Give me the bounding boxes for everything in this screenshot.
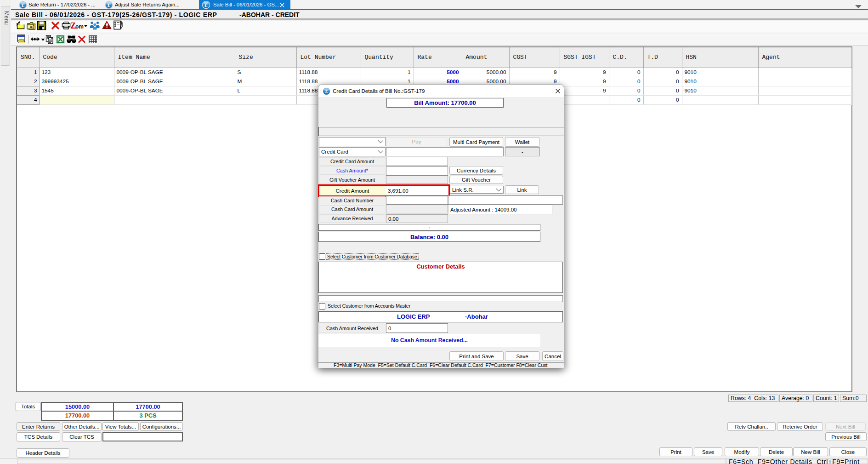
- svg-text:L: L: [204, 2, 208, 8]
- svg-text:L: L: [107, 3, 110, 8]
- svg-text:L: L: [21, 3, 24, 8]
- svg-text:L: L: [325, 89, 328, 94]
